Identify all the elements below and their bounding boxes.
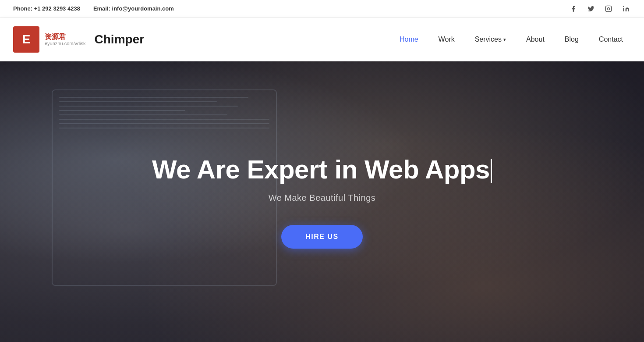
svg-rect-2	[623, 8, 624, 11]
nav-contact[interactable]: Contact	[591, 32, 631, 47]
instagram-icon[interactable]	[604, 4, 613, 14]
twitter-icon[interactable]	[586, 4, 596, 14]
hero-content: We Are Expert in Web Apps We Make Beauti…	[152, 155, 492, 249]
top-bar: Phone: +1 292 3293 4238 Email: info@your…	[0, 0, 644, 18]
logo-url: eyunzhu.com/vdisk	[45, 41, 86, 46]
hero-section: We Are Expert in Web Apps We Make Beauti…	[0, 61, 644, 342]
hero-title: We Are Expert in Web Apps	[152, 155, 492, 184]
phone-label: Phone:	[13, 5, 32, 12]
email-label: Email:	[93, 5, 110, 12]
nav-home[interactable]: Home	[392, 32, 426, 47]
phone-info: Phone: +1 292 3293 4238	[13, 5, 80, 12]
nav-services[interactable]: Services ▾	[467, 32, 514, 47]
navbar: E 资源君 eyunzhu.com/vdisk Chimper Home Wor…	[0, 18, 644, 61]
social-links	[569, 4, 631, 14]
nav-blog[interactable]: Blog	[557, 32, 587, 47]
nav-work[interactable]: Work	[431, 32, 463, 47]
contact-info: Phone: +1 292 3293 4238 Email: info@your…	[13, 5, 174, 12]
site-title[interactable]: Chimper	[95, 32, 145, 46]
cursor-blink	[491, 159, 492, 183]
email-address[interactable]: info@yourdomain.com	[112, 5, 174, 12]
logo-text: 资源君 eyunzhu.com/vdisk	[45, 32, 86, 46]
email-info: Email: info@yourdomain.com	[93, 5, 174, 12]
hire-us-button[interactable]: HIRE US	[281, 225, 362, 249]
logo-link[interactable]: E 资源君 eyunzhu.com/vdisk	[13, 26, 86, 53]
hero-subtitle: We Make Beautiful Things	[152, 193, 492, 203]
svg-point-3	[623, 6, 624, 7]
logo-chinese: 资源君	[45, 32, 86, 41]
nav-about[interactable]: About	[518, 32, 552, 47]
svg-rect-0	[605, 6, 611, 11]
services-chevron-icon: ▾	[503, 37, 506, 43]
nav-links: Home Work Services ▾ About Blog Contact	[392, 32, 631, 47]
linkedin-icon[interactable]	[621, 4, 631, 14]
logo-icon: E	[13, 26, 39, 53]
facebook-icon[interactable]	[569, 4, 578, 14]
phone-number[interactable]: +1 292 3293 4238	[34, 5, 80, 12]
